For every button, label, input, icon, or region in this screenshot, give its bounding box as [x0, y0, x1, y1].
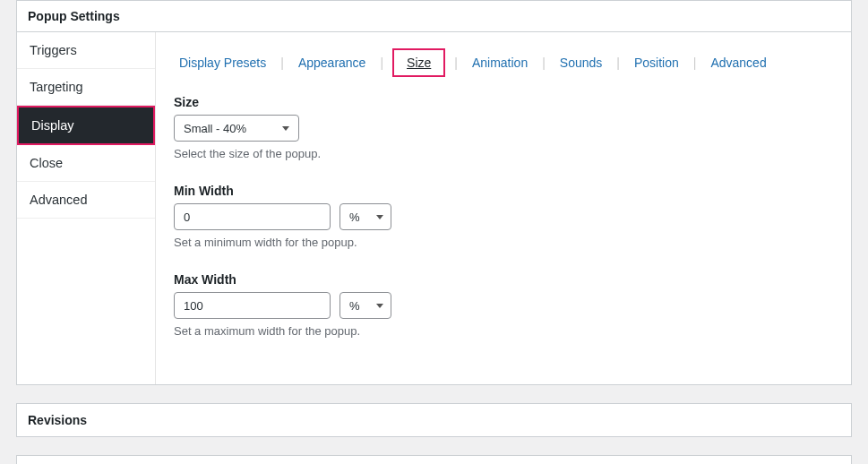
min-width-unit-select[interactable]: % — [339, 203, 391, 230]
tab-separator: | — [454, 56, 458, 70]
sidebar-item-close[interactable]: Close — [17, 145, 155, 182]
max-width-unit-value: % — [349, 299, 360, 313]
max-width-input[interactable] — [174, 292, 331, 319]
field-max-width: Max Width % Set a maximum width for the … — [174, 272, 833, 338]
max-width-unit-select[interactable]: % — [339, 292, 391, 319]
tab-separator: | — [616, 56, 620, 70]
min-width-unit-value: % — [349, 211, 360, 224]
max-width-label: Max Width — [174, 272, 833, 287]
max-width-help: Set a maximum width for the popup. — [174, 324, 833, 338]
tab-size[interactable]: Size — [392, 48, 445, 77]
sidebar-item-targeting[interactable]: Targeting — [17, 69, 155, 106]
field-size: Size Small - 40% Select the size of the … — [174, 95, 833, 160]
min-width-row: % — [174, 203, 833, 230]
tab-position[interactable]: Position — [629, 52, 684, 73]
tab-separator: | — [280, 56, 284, 70]
truncated-panel — [16, 455, 852, 464]
min-width-help: Set a minimum width for the popup. — [174, 236, 833, 249]
sub-tabs: Display Presets | Appearance | Size | An… — [174, 48, 833, 77]
tab-sounds[interactable]: Sounds — [554, 52, 607, 73]
revisions-panel: Revisions — [16, 403, 852, 437]
sidebar-item-advanced[interactable]: Advanced — [17, 182, 155, 219]
side-tabs: Triggers Targeting Display Close Advance… — [17, 32, 156, 384]
size-select-value: Small - 40% — [184, 122, 246, 135]
tab-animation[interactable]: Animation — [467, 52, 533, 73]
tab-appearance[interactable]: Appearance — [293, 52, 372, 73]
field-min-width: Min Width % Set a minimum width for the … — [174, 184, 833, 249]
sidebar-item-display[interactable]: Display — [17, 106, 155, 145]
sidebar-item-triggers[interactable]: Triggers — [17, 32, 155, 69]
panel-body: Triggers Targeting Display Close Advance… — [17, 32, 851, 384]
tab-separator: | — [542, 56, 546, 70]
tab-advanced[interactable]: Advanced — [705, 52, 771, 73]
content-area: Display Presets | Appearance | Size | An… — [156, 32, 851, 384]
size-label: Size — [174, 95, 833, 109]
popup-settings-panel: Popup Settings Triggers Targeting Displa… — [16, 0, 852, 385]
size-help: Select the size of the popup. — [174, 147, 833, 160]
revisions-title: Revisions — [17, 404, 851, 436]
tab-separator: | — [693, 56, 697, 70]
min-width-label: Min Width — [174, 184, 833, 198]
panel-title: Popup Settings — [17, 1, 851, 32]
tab-separator: | — [380, 56, 383, 70]
size-select[interactable]: Small - 40% — [174, 115, 299, 142]
tab-display-presets[interactable]: Display Presets — [174, 52, 271, 73]
min-width-input[interactable] — [174, 203, 331, 230]
max-width-row: % — [174, 292, 833, 319]
